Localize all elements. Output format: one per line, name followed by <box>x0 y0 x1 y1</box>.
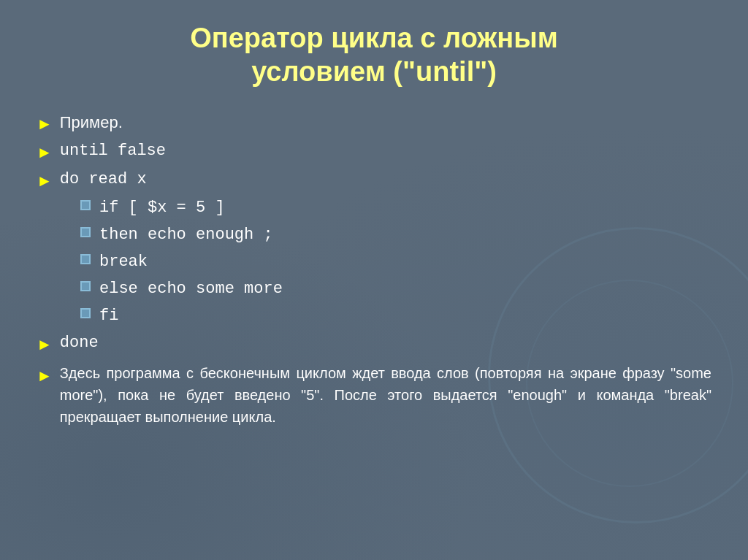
sub-bullet-icon <box>80 281 91 291</box>
sub-list-item: then echo enough ; <box>80 223 711 247</box>
sub-bullet-icon <box>80 254 91 264</box>
description-text: Здесь программа с бесконечным циклом жде… <box>60 362 711 428</box>
sub-break-text: break <box>99 250 148 274</box>
bullet-arrow-icon: ► <box>37 332 53 356</box>
item-primer-text: Пример. <box>60 110 123 134</box>
sub-if-text: if [ $x = 5 ] <box>99 196 225 220</box>
list-item: ► Пример. <box>37 110 711 136</box>
item-until-text: until false <box>60 139 166 163</box>
list-item: ► do read x <box>37 167 711 193</box>
sub-bullet-icon <box>80 200 91 210</box>
bullet-arrow-icon: ► <box>37 364 53 388</box>
list-item: ► done <box>37 331 711 356</box>
item-do-text: do read x <box>60 167 147 191</box>
sub-list-item: break <box>80 250 711 274</box>
main-container: Оператор цикла с ложным условием ("until… <box>0 0 748 442</box>
sub-then-text: then echo enough ; <box>99 223 273 247</box>
bullet-arrow-icon: ► <box>37 169 53 193</box>
page-title: Оператор цикла с ложным условием ("until… <box>37 22 711 88</box>
title-line2: условием ("until") <box>251 56 497 87</box>
sub-else-text: else echo some more <box>99 277 283 301</box>
title-line1: Оператор цикла с ложным <box>190 23 558 53</box>
bullet-arrow-icon: ► <box>37 112 53 136</box>
sub-bullet-icon <box>80 227 91 237</box>
sub-fi-text: fi <box>99 304 118 328</box>
item-done-text: done <box>60 331 99 355</box>
description-block: ► Здесь программа с бесконечным циклом ж… <box>37 362 711 428</box>
sub-list: if [ $x = 5 ] then echo enough ; break e… <box>80 196 711 328</box>
list-item: ► until false <box>37 139 711 164</box>
bullet-arrow-icon: ► <box>37 140 53 164</box>
sub-list-item: fi <box>80 304 711 328</box>
content-area: ► Пример. ► until false ► do read x if [… <box>37 110 711 428</box>
sub-bullet-icon <box>80 308 91 318</box>
sub-list-item: if [ $x = 5 ] <box>80 196 711 220</box>
sub-list-item: else echo some more <box>80 277 711 301</box>
